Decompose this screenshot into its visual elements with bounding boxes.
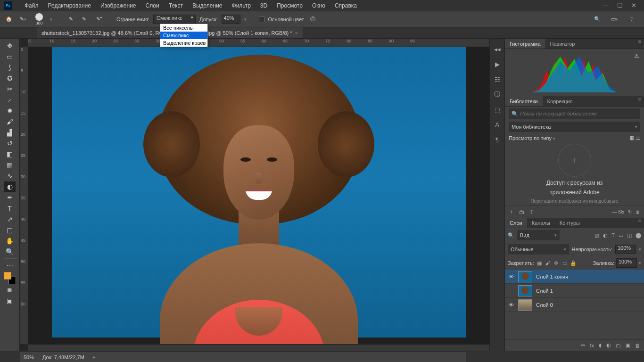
share-icon[interactable]: ⇪ [626, 14, 636, 25]
brush-preview[interactable]: 300 [32, 12, 46, 26]
stamp-tool[interactable]: ▟ [4, 127, 16, 138]
basecolor-checkbox[interactable] [259, 16, 264, 22]
menu-select[interactable]: Выделение [188, 2, 227, 9]
chevron-down-icon[interactable]: ▾ [244, 17, 247, 22]
lock-all-icon[interactable]: 🔒 [570, 260, 577, 266]
link-icon[interactable]: ⇔ [581, 342, 585, 348]
history-brush-tool[interactable]: ↺ [4, 138, 16, 148]
paragraph-icon[interactable]: ¶ [493, 135, 502, 144]
home-icon[interactable]: 🏠 [4, 14, 14, 25]
move-tool[interactable]: ✥ [4, 41, 16, 51]
dropdown-item-edges[interactable]: Выделение краев [160, 39, 207, 47]
chevron-down-icon[interactable]: ▾ [50, 17, 52, 22]
filter-smart-icon[interactable]: ◫ [627, 232, 632, 239]
dodge-tool[interactable]: ◐ [4, 181, 16, 192]
filter-toggle-icon[interactable]: ⬤ [636, 232, 641, 239]
window-maximize-icon[interactable]: ☐ [617, 2, 623, 9]
new-layer-icon[interactable]: ▣ [626, 342, 630, 348]
trash-icon[interactable]: 🗑 [635, 343, 640, 348]
window-minimize-icon[interactable]: — [603, 2, 609, 9]
sync-icon[interactable]: ↻ [628, 209, 632, 214]
eraser-tool[interactable]: ◧ [4, 149, 16, 159]
tab-paths[interactable]: Контуры [555, 218, 585, 228]
pressure-icon[interactable]: Ⓒ [308, 14, 318, 25]
chevron-right-icon[interactable]: ▸ [93, 354, 96, 360]
gradient-tool[interactable]: ▦ [4, 160, 16, 170]
dropdown-item-all[interactable]: Все пикселы [160, 24, 207, 32]
path-tool[interactable]: ↗ [4, 214, 16, 224]
panel-menu-icon[interactable]: ≡ [636, 39, 644, 49]
menu-image[interactable]: Изображение [96, 2, 141, 9]
horizontal-scrollbar[interactable] [28, 344, 489, 351]
menu-file[interactable]: Файл [20, 2, 43, 9]
layer-item[interactable]: 👁 Слой 0 [505, 298, 644, 312]
sampling-continuous-icon[interactable]: ✎ [66, 14, 76, 25]
character-icon[interactable]: A [493, 120, 502, 129]
layer-filter-select[interactable]: Вид▾ [517, 230, 560, 240]
quick-select-tool[interactable]: ✪ [4, 73, 16, 83]
list-view-icon[interactable]: ☰ [636, 135, 640, 140]
type-tool[interactable]: T [4, 203, 16, 214]
visibility-icon[interactable]: 👁 [508, 274, 514, 280]
eyedropper-tool[interactable]: ⟋ [4, 95, 16, 105]
adjustment-layer-icon[interactable]: ◐ [606, 342, 611, 348]
blur-tool[interactable]: ∿ [4, 171, 16, 181]
document-tab[interactable]: shutterstock_1130573132.jpg @ 48,6% (Сло… [37, 27, 176, 38]
rectangle-tool[interactable]: ▢ [4, 225, 16, 235]
pen-tool[interactable]: ✒ [4, 192, 16, 203]
hand-tool[interactable]: ✋ [4, 236, 16, 246]
grid-view-icon[interactable]: ▦ [629, 135, 634, 140]
folder-icon[interactable]: 🗀 [519, 209, 525, 215]
fill-input[interactable]: 100% [616, 258, 637, 268]
tolerance-input[interactable]: 40% [222, 15, 240, 24]
library-drop-zone[interactable]: + Доступ к ресурсам из приложений Adobe … [509, 144, 640, 204]
tab-layers[interactable]: Слои [505, 218, 527, 228]
healing-tool[interactable]: ✹ [4, 106, 16, 116]
fx-icon[interactable]: fx [590, 343, 594, 348]
chevron-left-icon[interactable]: ◂◂ [493, 44, 502, 54]
layer-thumbnail[interactable] [518, 299, 532, 311]
filter-adjust-icon[interactable]: ◐ [603, 232, 608, 239]
adjustments-icon[interactable]: ☷ [493, 74, 502, 84]
tab-navigator[interactable]: Навигатор [545, 39, 580, 49]
layer-name[interactable]: Слой 1 копия [536, 274, 568, 280]
tab-channels[interactable]: Каналы [527, 218, 555, 228]
trash-icon[interactable]: 🗑 [636, 209, 640, 214]
zoom-value[interactable]: 50% [24, 354, 34, 360]
filter-pixel-icon[interactable]: ▧ [594, 232, 599, 239]
opacity-input[interactable]: 100% [615, 245, 636, 254]
quickmask-tool[interactable]: ◙ [4, 285, 16, 295]
upload-icon[interactable]: ⤒ [529, 209, 534, 215]
filter-shape-icon[interactable]: ▭ [619, 232, 623, 239]
lasso-tool[interactable]: ⟆ [4, 62, 16, 73]
menu-help[interactable]: Справка [330, 2, 362, 9]
group-icon[interactable]: 🗀 [616, 343, 621, 348]
lock-position-icon[interactable]: ✥ [553, 260, 560, 266]
menu-view[interactable]: Просмотр [272, 2, 307, 9]
layer-item[interactable]: 👁 Слой 1 копия [505, 270, 644, 284]
zoom-tool[interactable]: 🔍 [4, 247, 16, 257]
window-close-icon[interactable]: ✕ [631, 2, 636, 9]
info-icon[interactable]: ⓘ [493, 90, 502, 99]
menu-filter[interactable]: Фильтр [227, 2, 256, 9]
marquee-tool[interactable]: ▭ [4, 51, 16, 62]
color-swatches[interactable] [4, 272, 16, 284]
edit-toolbar-icon[interactable]: ⋯ [4, 260, 16, 271]
tool-preset-icon[interactable]: ✎▾ [18, 14, 28, 25]
crop-tool[interactable]: ✂ [4, 84, 16, 94]
view-by-label[interactable]: Просмотр по типу ▾ [509, 135, 555, 141]
panel-menu-icon[interactable]: ≡ [636, 218, 644, 228]
layer-thumbnail[interactable] [518, 285, 532, 296]
layer-thumbnail[interactable] [518, 271, 532, 282]
screenmode-tool[interactable]: ▣ [4, 296, 16, 306]
menu-3d[interactable]: 3D [256, 2, 272, 9]
add-icon[interactable]: ＋ [509, 208, 514, 216]
visibility-icon[interactable]: 👁 [508, 302, 514, 308]
sampling-swatch-icon[interactable]: ✎" [94, 14, 104, 25]
warning-icon[interactable]: ⚠ [634, 53, 639, 59]
lock-transparency-icon[interactable]: ▦ [536, 260, 543, 266]
doc-size[interactable]: Док: 7,48M/22,7M [42, 354, 84, 360]
filter-type-icon[interactable]: T [611, 232, 615, 239]
lock-artboard-icon[interactable]: ▭ [561, 260, 568, 266]
brush-tool[interactable]: 🖌 [4, 116, 16, 127]
